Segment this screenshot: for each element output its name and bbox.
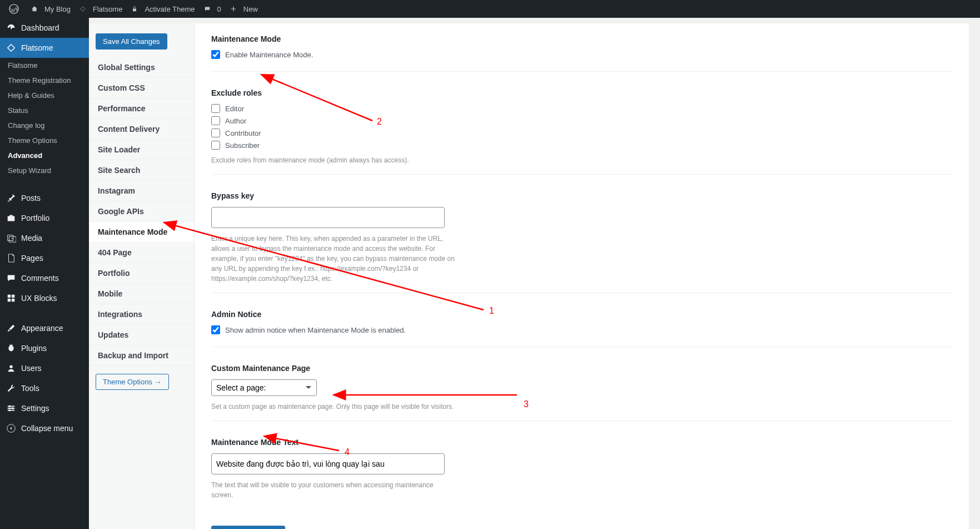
save-button-top[interactable]: Save All Changes — [96, 33, 167, 50]
subnav-maintenance-mode[interactable]: Maintenance Mode — [89, 222, 194, 243]
sidebar-item-plugins[interactable]: Plugins — [0, 338, 89, 358]
subnav-site-loader[interactable]: Site Loader — [89, 140, 194, 160]
comment-icon — [6, 273, 17, 284]
role-label: Subscriber — [225, 141, 260, 150]
role-author-checkbox[interactable] — [211, 116, 220, 125]
sidebar-item-label: Dashboard — [21, 23, 59, 32]
comments-count: 0 — [217, 5, 221, 13]
sidebar-item-media[interactable]: Media — [0, 228, 89, 248]
section-title: Custom Maintenance Page — [211, 364, 952, 373]
sidebar-item-label: Comments — [21, 274, 59, 283]
flatsome-link[interactable]: Flatsome — [75, 0, 127, 18]
section-title: Maintenance Mode — [211, 34, 952, 43]
sidebar-sub-help[interactable]: Help & Guides — [0, 88, 89, 103]
subnav-integrations[interactable]: Integrations — [89, 304, 194, 325]
sidebar-sub-setupwizard[interactable]: Setup Wizard — [0, 163, 89, 178]
sidebar-item-uxblocks[interactable]: UX Blocks — [0, 288, 89, 308]
sidebar-sub-theme-registration[interactable]: Theme Registration — [0, 73, 89, 88]
subnav-site-search[interactable]: Site Search — [89, 160, 194, 181]
svg-point-7 — [9, 365, 12, 368]
theme-options-button[interactable]: Theme Options → — [96, 374, 169, 390]
section-mode-text: Maintenance Mode Text The text that will… — [211, 438, 952, 509]
bypass-help: Enter a unique key here. This key, when … — [211, 234, 456, 284]
sidebar-item-label: Appearance — [21, 324, 63, 333]
plug-icon — [6, 343, 17, 354]
site-name-label: My Blog — [44, 5, 71, 13]
brush-icon — [6, 323, 17, 334]
role-label: Contributor — [225, 129, 261, 137]
section-maintenance-mode: Maintenance Mode Enable Maintenance Mode… — [211, 34, 952, 72]
flatsome-label: Flatsome — [93, 5, 122, 13]
section-title: Admin Notice — [211, 310, 952, 319]
subnav-content-delivery[interactable]: Content Delivery — [89, 119, 194, 140]
sidebar-item-label: Tools — [21, 384, 39, 393]
enable-maintenance-checkbox[interactable] — [211, 50, 220, 59]
section-exclude-roles: Exclude roles Editor Author Contributor … — [211, 88, 952, 175]
section-title: Maintenance Mode Text — [211, 438, 952, 447]
new-link[interactable]: New — [226, 0, 262, 18]
enable-maintenance-label: Enable Maintenance Mode. — [225, 51, 313, 59]
svg-point-10 — [9, 409, 11, 412]
site-name-link[interactable]: My Blog — [27, 0, 75, 18]
sidebar-sub-advanced[interactable]: Advanced — [0, 148, 89, 163]
role-subscriber-checkbox[interactable] — [211, 141, 220, 150]
blocks-icon — [6, 293, 17, 304]
subnav-updates[interactable]: Updates — [89, 325, 194, 345]
sidebar-item-label: Flatsome — [21, 43, 53, 52]
sidebar-item-dashboard[interactable]: Dashboard — [0, 18, 89, 38]
sidebar-item-appearance[interactable]: Appearance — [0, 318, 89, 338]
admin-notice-label: Show admin notice when Maintenance Mode … — [225, 326, 406, 334]
admin-notice-checkbox[interactable] — [211, 325, 220, 334]
sidebar-item-comments[interactable]: Comments — [0, 268, 89, 288]
exclude-roles-help: Exclude roles from maintenance mode (adm… — [211, 155, 456, 165]
save-button[interactable]: Save All Changes — [211, 526, 285, 529]
sidebar-item-label: Settings — [21, 404, 49, 413]
custom-page-help: Set a custom page as maintenance page. O… — [211, 402, 456, 412]
role-editor-checkbox[interactable] — [211, 104, 220, 113]
sidebar-item-users[interactable]: Users — [0, 358, 89, 378]
role-label: Author — [225, 117, 246, 125]
sidebar-item-posts[interactable]: Posts — [0, 188, 89, 208]
bypass-key-input[interactable] — [211, 207, 445, 228]
subnav-custom-css[interactable]: Custom CSS — [89, 78, 194, 98]
page-icon — [6, 253, 17, 264]
role-contributor-checkbox[interactable] — [211, 128, 220, 137]
sidebar-sub-changelog[interactable]: Change log — [0, 118, 89, 133]
sidebar-item-portfolio[interactable]: Portfolio — [0, 208, 89, 228]
main-panel: Maintenance Mode Enable Maintenance Mode… — [195, 23, 969, 529]
sidebar-sub-themeoptions[interactable]: Theme Options — [0, 133, 89, 148]
custom-page-select[interactable]: Select a page: — [211, 379, 317, 396]
sidebar-item-settings[interactable]: Settings — [0, 398, 89, 418]
admin-bar: My Blog Flatsome Activate Theme 0 New — [0, 0, 980, 18]
subnav-google-apis[interactable]: Google APIs — [89, 201, 194, 222]
activate-theme-link[interactable]: Activate Theme — [127, 0, 199, 18]
subnav-instagram[interactable]: Instagram — [89, 181, 194, 201]
mode-text-input[interactable] — [211, 453, 445, 474]
sidebar-item-label: Users — [21, 364, 42, 373]
sidebar-item-collapse[interactable]: Collapse menu — [0, 418, 89, 438]
svg-rect-5 — [8, 299, 11, 301]
svg-point-9 — [12, 407, 14, 409]
sidebar-sub-status[interactable]: Status — [0, 103, 89, 118]
sidebar-sub-flatsome[interactable]: Flatsome — [0, 58, 89, 73]
sidebar-item-flatsome[interactable]: Flatsome — [0, 38, 89, 58]
subnav-backup-import[interactable]: Backup and Import — [89, 345, 194, 366]
section-bypass-key: Bypass key Enter a unique key here. This… — [211, 191, 952, 293]
subnav-portfolio[interactable]: Portfolio — [89, 263, 194, 284]
wp-logo[interactable] — [4, 0, 27, 18]
subnav-404-page[interactable]: 404 Page — [89, 243, 194, 263]
sidebar-item-tools[interactable]: Tools — [0, 378, 89, 398]
admin-sidebar: Dashboard Flatsome Flatsome Theme Regist… — [0, 18, 89, 529]
sidebar-item-pages[interactable]: Pages — [0, 248, 89, 268]
section-title: Bypass key — [211, 191, 952, 200]
sliders-icon — [6, 403, 17, 414]
diamond-icon — [79, 4, 89, 14]
comments-link[interactable]: 0 — [200, 0, 226, 18]
sidebar-item-label: Posts — [21, 194, 41, 202]
section-admin-notice: Admin Notice Show admin notice when Main… — [211, 310, 952, 347]
diamond-icon — [6, 42, 17, 53]
subnav-performance[interactable]: Performance — [89, 98, 194, 119]
subnav-global-settings[interactable]: Global Settings — [89, 57, 194, 78]
user-icon — [6, 363, 17, 374]
subnav-mobile[interactable]: Mobile — [89, 284, 194, 304]
